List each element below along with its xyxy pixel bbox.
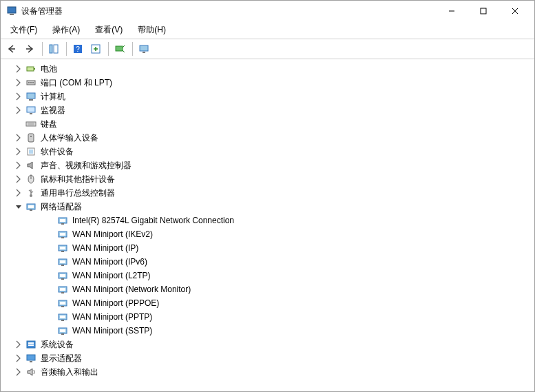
show-hide-tree-button[interactable] — [45, 41, 62, 56]
tree-item-label: 音频输入和输出 — [39, 366, 100, 379]
svg-text:?: ? — [76, 45, 80, 53]
tree-device[interactable]: WAN Miniport (IP) — [21, 241, 534, 255]
keyboard-icon — [25, 118, 36, 130]
tree-device[interactable]: Intel(R) 82574L Gigabit Network Connecti… — [21, 214, 534, 227]
chevron-right-icon[interactable] — [13, 146, 24, 157]
chevron-right-icon[interactable] — [13, 105, 24, 116]
tree-category[interactable]: 显示适配器 — [8, 351, 534, 365]
tree-item-label: WAN Miniport (IPv6) — [71, 256, 149, 267]
chevron-right-icon[interactable] — [13, 77, 24, 88]
menubar: 文件(F) 操作(A) 查看(V) 帮助(H) — [1, 21, 534, 39]
tree-item-label: 键盘 — [39, 118, 59, 131]
monitor-icon — [25, 105, 36, 116]
svg-rect-14 — [140, 45, 148, 51]
toolbar-separator — [132, 42, 133, 56]
app-icon — [6, 6, 17, 17]
tree-category[interactable]: 鼠标和其他指针设备 — [8, 172, 534, 186]
window-controls — [436, 1, 531, 21]
svg-rect-1 — [10, 14, 14, 15]
tree-device[interactable]: WAN Miniport (Network Monitor) — [21, 282, 534, 296]
tree-item-label: 软件设备 — [39, 145, 75, 158]
svg-rect-13 — [116, 46, 123, 51]
tree-item-label: 人体学输入设备 — [39, 132, 100, 145]
tree-item-label: WAN Miniport (SSTP) — [71, 325, 154, 336]
nav-back-button[interactable] — [3, 41, 20, 56]
toolbar: ? — [1, 39, 534, 59]
network-adapter-icon — [57, 229, 68, 240]
tree-category[interactable]: 电池 — [8, 62, 534, 76]
tree-category[interactable]: 监视器 — [8, 103, 534, 117]
network-adapter-icon — [57, 256, 68, 267]
audioio-icon — [25, 367, 36, 378]
maximize-button[interactable] — [468, 1, 499, 21]
scan-hardware-button[interactable] — [112, 41, 128, 56]
chevron-right-icon[interactable] — [13, 367, 24, 378]
chevron-right-icon[interactable] — [13, 160, 24, 171]
tree-category[interactable]: 软件设备 — [8, 145, 534, 158]
tree-device[interactable]: WAN Miniport (SSTP) — [21, 324, 534, 338]
chevron-down-icon[interactable] — [13, 201, 24, 212]
tree-item-label: 监视器 — [39, 104, 67, 117]
network-adapter-icon — [57, 215, 68, 226]
toolbar-separator — [108, 42, 109, 56]
tree-category[interactable]: 键盘 — [8, 117, 534, 131]
tree-item-label: 通用串行总线控制器 — [39, 187, 116, 200]
battery-icon — [25, 63, 36, 74]
tree-category[interactable]: 网络适配器 — [8, 200, 534, 214]
tree-item-label: 电池 — [39, 63, 59, 76]
chevron-right-icon[interactable] — [13, 132, 24, 143]
device-tree[interactable]: 电池端口 (COM 和 LPT)计算机监视器键盘人体学输入设备软件设备声音、视频… — [1, 59, 534, 391]
tree-item-label: 网络适配器 — [39, 200, 83, 214]
menu-view[interactable]: 查看(V) — [91, 23, 129, 37]
window-title: 设备管理器 — [21, 6, 436, 17]
action-button[interactable] — [87, 41, 104, 56]
toolbar-separator — [66, 42, 67, 56]
help-button[interactable]: ? — [70, 41, 86, 56]
software-icon — [25, 146, 36, 157]
tree-category[interactable]: 人体学输入设备 — [8, 131, 534, 145]
chevron-right-icon[interactable] — [13, 187, 24, 198]
tree-item-label: 鼠标和其他指针设备 — [39, 173, 116, 186]
port-icon — [25, 77, 36, 88]
nav-forward-button[interactable] — [21, 41, 38, 56]
tree-device[interactable]: WAN Miniport (PPPOE) — [21, 296, 534, 310]
tree-item-label: 系统设备 — [39, 338, 75, 351]
display-icon — [25, 353, 36, 364]
tree-category[interactable]: 计算机 — [8, 90, 534, 103]
tree-item-label: WAN Miniport (PPPOE) — [71, 298, 160, 309]
tree-category[interactable]: 声音、视频和游戏控制器 — [8, 158, 534, 172]
tree-category[interactable]: 通用串行总线控制器 — [8, 186, 534, 200]
hid-icon — [25, 132, 36, 143]
svg-rect-3 — [481, 8, 486, 14]
network-adapter-icon — [57, 284, 68, 295]
minimize-button[interactable] — [436, 1, 468, 21]
close-button[interactable] — [499, 1, 531, 21]
tree-item-label: 端口 (COM 和 LPT) — [39, 76, 114, 90]
network-adapter-icon — [57, 243, 68, 254]
menu-action[interactable]: 操作(A) — [48, 23, 87, 37]
chevron-right-icon[interactable] — [13, 63, 24, 74]
svg-rect-0 — [8, 7, 16, 13]
tree-item-label: WAN Miniport (Network Monitor) — [71, 284, 192, 295]
tree-device[interactable]: WAN Miniport (PPTP) — [21, 310, 534, 324]
menu-file[interactable]: 文件(F) — [6, 23, 44, 37]
network-adapter-icon — [57, 325, 68, 336]
tree-device[interactable]: WAN Miniport (L2TP) — [21, 269, 534, 282]
tree-category[interactable]: 系统设备 — [8, 338, 534, 351]
properties-button[interactable] — [136, 41, 152, 56]
tree-item-label: Intel(R) 82574L Gigabit Network Connecti… — [71, 215, 235, 226]
chevron-right-icon[interactable] — [13, 174, 24, 185]
chevron-right-icon[interactable] — [13, 91, 24, 102]
tree-item-label: WAN Miniport (IP) — [71, 243, 140, 254]
menu-help[interactable]: 帮助(H) — [134, 23, 173, 37]
chevron-right-icon[interactable] — [13, 353, 24, 364]
tree-category[interactable]: 端口 (COM 和 LPT) — [8, 76, 534, 90]
tree-item-label: 声音、视频和游戏控制器 — [39, 159, 133, 172]
tree-device[interactable]: WAN Miniport (IPv6) — [21, 255, 534, 269]
tree-category[interactable]: 音频输入和输出 — [8, 365, 534, 379]
tree-device[interactable]: WAN Miniport (IKEv2) — [21, 227, 534, 241]
tree-item-label: 显示适配器 — [39, 352, 83, 365]
chevron-right-icon[interactable] — [13, 339, 24, 350]
device-manager-window: 设备管理器 文件(F) 操作(A) 查看(V) 帮助(H) ? 电池端口 (CO… — [0, 0, 535, 392]
network-adapter-icon — [57, 270, 68, 281]
